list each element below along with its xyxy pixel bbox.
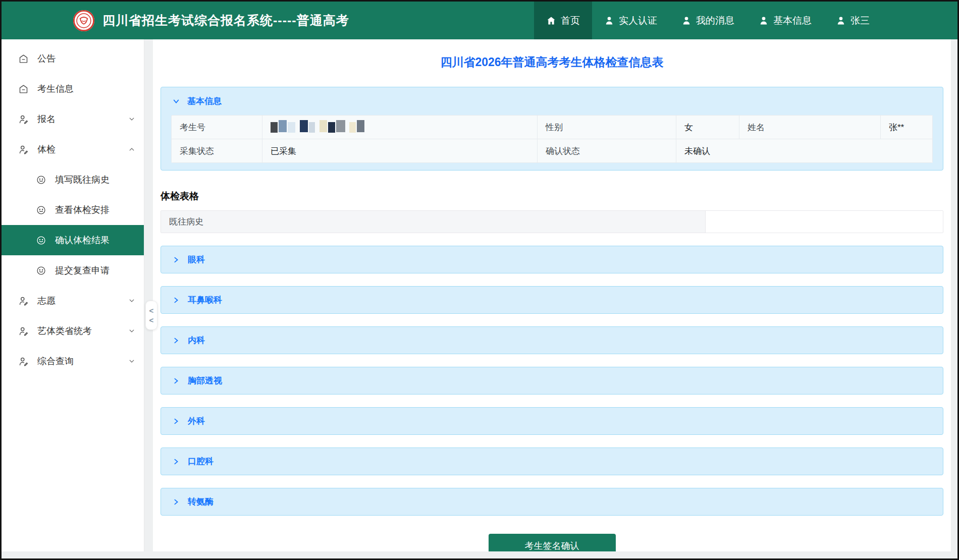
basic-info-title: 基本信息 (187, 95, 222, 107)
sidebar-item-label: 考生信息 (37, 83, 74, 95)
chevron-right-icon (173, 256, 180, 263)
chevron-right-icon (173, 337, 180, 344)
chevron-up-icon (129, 146, 135, 152)
nav-real-person-auth[interactable]: 实人认证 (592, 2, 669, 39)
chevron-right-icon (173, 458, 180, 465)
sidebar-item-fill-medical-history[interactable]: 填写既往病史 (2, 164, 144, 195)
sidebar-item-art-sports-exam[interactable]: 艺体类省统考 (2, 316, 144, 346)
gender-label: 性别 (538, 116, 676, 139)
nav-username[interactable]: 张三 (824, 2, 882, 39)
basic-info-accordion-header[interactable]: 基本信息 (161, 87, 943, 115)
home-icon (546, 16, 556, 26)
sidebar-item-confirm-exam-results[interactable]: 确认体检结果 (2, 225, 144, 255)
sidebar-item-label: 公告 (37, 52, 56, 65)
chevron-right-icon (173, 297, 180, 304)
main-content: 四川省2026年普通高考考生体格检查信息表 基本信息 考生号 性别 女 姓 (153, 39, 951, 551)
user-edit-icon (18, 356, 29, 367)
section-label: 内科 (188, 334, 205, 346)
chevron-down-icon (173, 98, 180, 105)
top-nav: 首页 实人认证 我的消息 基本信息 张三 (534, 2, 957, 39)
confirm-status-value: 未确认 (676, 139, 933, 163)
chevron-down-icon (129, 328, 135, 334)
medical-history-label: 既往病史 (161, 211, 706, 233)
sidebar-item-comprehensive-query[interactable]: 综合查询 (2, 346, 144, 376)
section-internal-medicine[interactable]: 内科 (161, 326, 943, 354)
medical-history-row: 既往病史 (161, 210, 943, 233)
chevron-right-icon (173, 498, 180, 506)
user-edit-icon (18, 326, 29, 337)
sidebar-item-view-exam-schedule[interactable]: 查看体检安排 (2, 195, 144, 225)
section-chest-xray[interactable]: 胸部透视 (161, 367, 943, 395)
user-icon (681, 16, 691, 26)
sidebar-item-label: 报名 (37, 113, 56, 125)
system-title: 四川省招生考试综合报名系统-----普通高考 (102, 12, 349, 29)
section-label: 胸部透视 (188, 375, 222, 386)
chevron-down-icon (129, 298, 135, 304)
sidebar-item-label: 志愿 (37, 295, 56, 307)
sichuan-exam-logo-icon (72, 9, 95, 32)
exam-form-heading: 体检表格 (161, 190, 943, 203)
name-label: 姓名 (739, 116, 881, 139)
chevron-right-icon (173, 377, 180, 384)
brand: 四川省招生考试综合报名系统-----普通高考 (2, 2, 349, 39)
sidebar-item-announcements[interactable]: 公告 (2, 43, 144, 74)
smiley-icon (36, 235, 46, 246)
section-transaminase[interactable]: 转氨酶 (161, 488, 943, 516)
gender-value: 女 (676, 116, 739, 139)
section-label: 口腔科 (188, 456, 214, 467)
basic-info-table: 考生号 性别 女 姓名 张** 采集状态 已采集 确认状态 未确认 (171, 115, 933, 163)
masked-value-mosaic (271, 121, 364, 133)
chevron-down-icon (129, 116, 135, 122)
sidebar-item-label: 艺体类省统考 (37, 325, 92, 337)
nav-my-messages-label: 我的消息 (696, 14, 734, 27)
collect-status-label: 采集状态 (172, 139, 262, 163)
user-icon (836, 16, 846, 26)
section-label: 耳鼻喉科 (188, 294, 222, 306)
sidebar-item-volunteer[interactable]: 志愿 (2, 286, 144, 316)
nav-real-person-auth-label: 实人认证 (619, 14, 657, 27)
sidebar-item-label: 填写既往病史 (55, 174, 110, 186)
nav-my-messages[interactable]: 我的消息 (669, 2, 747, 39)
user-icon (604, 16, 614, 26)
smiley-icon (36, 175, 46, 185)
section-surgery[interactable]: 外科 (161, 407, 943, 435)
nav-basic-info[interactable]: 基本信息 (747, 2, 824, 39)
candidate-sign-confirm-button[interactable]: 考生签名确认 (489, 534, 616, 551)
sidebar-gutter: < < (144, 39, 153, 551)
collect-status-value: 已采集 (262, 139, 538, 163)
sidebar-item-label: 确认体检结果 (55, 234, 110, 246)
sidebar-item-candidate-info[interactable]: 考生信息 (2, 74, 144, 104)
section-ent[interactable]: 耳鼻喉科 (161, 286, 943, 314)
section-label: 外科 (188, 415, 205, 427)
sidebar-item-label: 提交复查申请 (55, 264, 110, 276)
user-edit-icon (18, 144, 29, 155)
sidebar-item-label: 体检 (37, 143, 56, 155)
chevron-down-icon (129, 358, 135, 364)
nav-home-label: 首页 (561, 14, 580, 27)
user-edit-icon (18, 296, 29, 306)
nav-basic-info-label: 基本信息 (773, 14, 812, 27)
user-edit-icon (18, 114, 29, 125)
chevron-right-icon (173, 418, 180, 425)
candidate-no-label: 考生号 (172, 116, 262, 139)
sidebar-collapse-handle[interactable]: < < (145, 301, 157, 330)
page-title: 四川省2026年普通高考考生体格检查信息表 (161, 54, 943, 70)
nav-username-label: 张三 (850, 14, 870, 27)
confirm-status-label: 确认状态 (538, 139, 676, 163)
top-header: 四川省招生考试综合报名系统-----普通高考 首页 实人认证 我的消息 基本信息 (2, 2, 957, 39)
sidebar-item-physical-exam[interactable]: 体检 (2, 134, 144, 164)
section-ophthalmology[interactable]: 眼科 (161, 246, 943, 273)
sidebar-item-submit-recheck-request[interactable]: 提交复查申请 (2, 255, 144, 286)
user-icon (759, 16, 769, 26)
section-label: 眼科 (188, 254, 205, 265)
candidate-no-value-masked (262, 116, 538, 139)
sidebar-item-registration[interactable]: 报名 (2, 104, 144, 134)
nav-home[interactable]: 首页 (534, 2, 592, 39)
app-window: 四川省招生考试综合报名系统-----普通高考 首页 实人认证 我的消息 基本信息 (0, 0, 959, 560)
collapse-left-icon: < (149, 307, 154, 314)
basic-info-panel: 基本信息 考生号 性别 女 姓名 张** 采集状态 已采集 确认状态 未确认 (161, 87, 943, 171)
medical-history-value (706, 211, 943, 233)
section-dental[interactable]: 口腔科 (161, 447, 943, 475)
sidebar-item-label: 查看体检安排 (55, 204, 110, 216)
smiley-icon (36, 265, 46, 276)
